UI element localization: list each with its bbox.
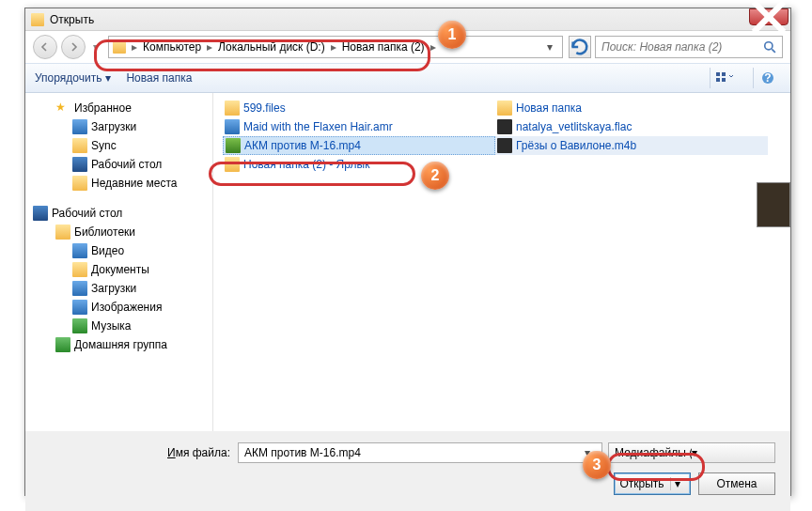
video-icon xyxy=(226,138,241,153)
audio-icon xyxy=(225,119,240,134)
preview-thumbnail xyxy=(757,182,790,227)
video-icon xyxy=(72,243,87,258)
refresh-icon xyxy=(570,37,590,57)
bottom-panel: ИИмя файла:мя файла: ▾ Медиафайлы (все т… xyxy=(25,431,790,511)
sidebar-pictures[interactable]: Изображения xyxy=(27,298,211,317)
chevron-right-icon: ▸ xyxy=(429,40,438,54)
svg-rect-2 xyxy=(722,72,726,76)
star-icon: ★ xyxy=(55,101,70,116)
sidebar-documents[interactable]: Документы xyxy=(27,260,211,279)
refresh-button[interactable] xyxy=(569,36,591,58)
file-item[interactable]: Новая папка (2) - Ярлык xyxy=(223,155,495,174)
address-dropdown[interactable]: ▾ xyxy=(541,40,558,54)
sidebar-homegroup[interactable]: Домашняя группа xyxy=(27,335,211,354)
titlebar: Открыть xyxy=(25,8,790,31)
breadcrumb-folder[interactable]: Новая папка (2) xyxy=(338,37,429,57)
downloads-icon xyxy=(72,281,87,296)
music-icon xyxy=(72,318,87,333)
sidebar-desktop[interactable]: Рабочий стол xyxy=(27,155,211,174)
filename-input[interactable] xyxy=(244,446,579,459)
organize-menu[interactable]: Упорядочить▾ xyxy=(35,71,111,85)
recent-icon xyxy=(72,176,87,191)
search-input[interactable] xyxy=(601,40,763,54)
filetype-select[interactable]: Медиафайлы (все типы) (*.wn▾ xyxy=(608,442,775,463)
nav-history-dropdown[interactable]: ▾ xyxy=(89,35,102,59)
app-icon xyxy=(31,13,44,26)
folder-icon xyxy=(225,101,240,116)
new-folder-button[interactable]: Новая папка xyxy=(126,71,192,85)
cancel-button[interactable]: Отмена xyxy=(698,472,775,495)
open-button[interactable]: Открыть▾ xyxy=(614,472,691,495)
sidebar-desktop-root[interactable]: Рабочий стол xyxy=(27,204,211,223)
file-item[interactable]: natalya_vetlitskaya.flac xyxy=(495,117,768,136)
body-area: ★Избранное Загрузки Sync Рабочий стол Не… xyxy=(25,93,790,431)
svg-point-0 xyxy=(765,42,773,50)
file-item-selected[interactable]: АКМ против М-16.mp4 xyxy=(223,136,495,155)
tiles-icon xyxy=(715,71,734,85)
navigation-pane[interactable]: ★Избранное Загрузки Sync Рабочий стол Не… xyxy=(25,93,213,431)
filename-field[interactable]: ▾ xyxy=(238,442,602,463)
file-item[interactable]: Грёзы о Вавилоне.m4b xyxy=(495,136,768,155)
file-list-pane[interactable]: 599.files Maid with the Flaxen Hair.amr … xyxy=(213,93,790,431)
sidebar-favorites[interactable]: ★Избранное xyxy=(27,99,211,117)
sidebar-libraries[interactable]: Библиотеки xyxy=(27,223,211,241)
help-icon: ? xyxy=(761,71,774,85)
desktop-icon xyxy=(33,206,48,221)
pictures-icon xyxy=(72,300,87,315)
folder-icon xyxy=(497,101,512,116)
chevron-right-icon: ▸ xyxy=(329,40,338,54)
sync-icon xyxy=(72,138,87,153)
downloads-icon xyxy=(72,119,87,134)
filename-label: ИИмя файла:мя файла: xyxy=(40,446,238,459)
homegroup-icon xyxy=(55,337,70,352)
breadcrumb-computer[interactable]: Компьютер xyxy=(139,37,205,57)
svg-rect-1 xyxy=(716,72,720,76)
file-item[interactable]: Maid with the Flaxen Hair.amr xyxy=(223,117,495,136)
shortcut-icon xyxy=(225,157,240,172)
sidebar-recent[interactable]: Недавние места xyxy=(27,174,211,193)
sidebar-downloads[interactable]: Загрузки xyxy=(27,117,211,136)
breadcrumb-drive[interactable]: Локальный диск (D:) xyxy=(214,37,329,57)
chevron-down-icon: ▾ xyxy=(105,71,111,85)
file-item[interactable]: 599.files xyxy=(223,99,495,117)
sidebar-downloads2[interactable]: Загрузки xyxy=(27,279,211,298)
help-button[interactable]: ? xyxy=(753,68,781,88)
window-title: Открыть xyxy=(50,13,94,26)
close-button[interactable] xyxy=(749,8,789,25)
svg-rect-4 xyxy=(722,78,726,82)
toolbar: Упорядочить▾ Новая папка ? xyxy=(25,63,790,93)
folder-icon xyxy=(113,40,126,54)
audio-icon xyxy=(497,119,512,134)
filename-dropdown[interactable]: ▾ xyxy=(579,446,596,459)
search-box[interactable] xyxy=(595,36,783,58)
desktop-icon xyxy=(72,157,87,172)
chevron-right-icon: ▸ xyxy=(130,40,139,54)
forward-button[interactable] xyxy=(61,35,86,59)
audio-icon xyxy=(497,138,512,153)
search-icon xyxy=(763,40,776,54)
chevron-down-icon: ▾ xyxy=(692,446,769,459)
chevron-right-icon: ▸ xyxy=(205,40,214,54)
sidebar-sync[interactable]: Sync xyxy=(27,136,211,155)
svg-text:?: ? xyxy=(764,71,771,85)
documents-icon xyxy=(72,262,87,277)
open-dropdown-icon[interactable]: ▾ xyxy=(670,477,685,490)
libraries-icon xyxy=(55,225,70,240)
navigation-bar: ▾ ▸ Компьютер ▸ Локальный диск (D:) ▸ Но… xyxy=(25,31,790,63)
view-options-button[interactable] xyxy=(710,68,738,88)
address-bar[interactable]: ▸ Компьютер ▸ Локальный диск (D:) ▸ Нова… xyxy=(108,36,563,58)
sidebar-videos[interactable]: Видео xyxy=(27,241,211,260)
back-button[interactable] xyxy=(33,35,57,59)
svg-rect-3 xyxy=(716,78,720,82)
file-item[interactable]: Новая папка xyxy=(495,99,768,117)
open-dialog-window: Открыть ▾ ▸ Компьютер ▸ Локальный диск (… xyxy=(24,8,791,496)
sidebar-music[interactable]: Музыка xyxy=(27,317,211,335)
